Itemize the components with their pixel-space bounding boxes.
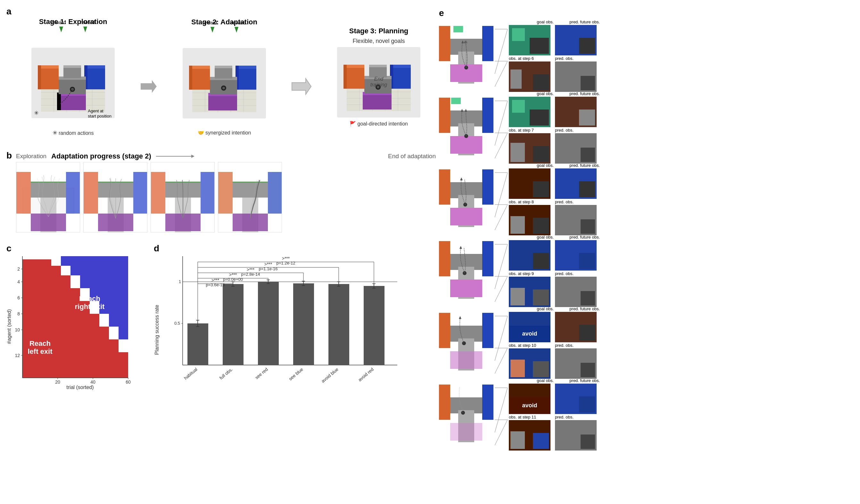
step-8-pred-group: pred. future obs. pred. obs. — [555, 163, 600, 235]
svg-text:p=0.0e+00: p=0.0e+00 — [223, 277, 243, 282]
progress-stage-1 — [16, 162, 80, 233]
step-7-connectors — [495, 91, 507, 159]
step-9-connectors — [495, 235, 507, 302]
svg-marker-1 — [83, 27, 87, 32]
step-10-row: goal obs. avoid obs. at step 10 pred. fu… — [439, 307, 854, 377]
step-9-obs-group: goal obs. obs. at step 9 — [509, 235, 554, 307]
svg-line-216 — [495, 101, 507, 146]
c-x-label: trial (sorted) — [66, 385, 94, 390]
avoid-overlay-10: avoid — [509, 326, 550, 342]
c-y-label: #agent (sorted) — [6, 309, 12, 344]
svg-text:left exit: left exit — [28, 347, 53, 355]
svg-line-252 — [495, 316, 507, 361]
step-6-pred-obs-label: pred. obs. — [555, 56, 600, 61]
step-7-pred-obs — [555, 133, 597, 164]
step-11-obs — [509, 420, 550, 450]
svg-rect-247 — [450, 351, 482, 369]
stage-1-block: Stage 1: Exploration reward reward — [25, 18, 121, 136]
bar-see-red — [258, 282, 279, 365]
step-6-row: goal obs. obs. at step 6 pred. future ob… — [439, 19, 854, 90]
step-11-pred-obs — [555, 420, 597, 450]
step-11-goal-label: goal obs. — [509, 378, 554, 383]
step-10-obs-group: goal obs. avoid obs. at step 10 — [509, 307, 554, 379]
step-6-connectors — [495, 19, 507, 87]
stage-3-block: Stage 3: Planning Flexible, novel goals — [331, 27, 427, 127]
svg-line-241 — [495, 276, 507, 302]
step-6-goal-obs — [509, 25, 550, 55]
section-a-label: a — [6, 6, 12, 17]
svg-text:p=3.6e-13: p=3.6e-13 — [206, 282, 225, 287]
section-b: b Exploration Adaptation progress (stage… — [6, 150, 436, 240]
svg-line-228 — [495, 173, 507, 218]
svg-line-240 — [495, 244, 507, 289]
step-7-scene — [439, 91, 493, 159]
step-7-pred-group: pred. future obs. pred. obs. — [555, 91, 600, 164]
section-cd: c #agent (sorted) trial (sorted) — [6, 243, 436, 400]
svg-rect-259 — [450, 423, 482, 441]
step-8-row: goal obs. obs. at step 8 pred. future ob… — [439, 163, 854, 234]
section-a: a Stage 1: Exploration reward reward — [6, 6, 436, 147]
step-10-goal-obs: avoid — [509, 312, 550, 342]
stage-1-image: ✳ — [31, 48, 115, 118]
step-11-connectors — [495, 378, 507, 445]
bar-avoid-red — [364, 286, 385, 365]
svg-text:avoid blue: avoid blue — [320, 367, 339, 384]
svg-rect-195 — [454, 26, 463, 32]
step-11-row: goal obs. avoid obs. at step 11 pred. fu… — [439, 378, 854, 449]
svg-line-217 — [495, 133, 507, 159]
svg-rect-95 — [84, 172, 98, 213]
svg-rect-256 — [482, 385, 493, 420]
step-7-pred-future — [555, 97, 597, 127]
step-6-obs-group: goal obs. obs. at step 6 — [509, 19, 554, 92]
avoid-label-10: avoid — [522, 330, 537, 337]
adaptation-progress-title: Adaptation progress (stage 2) — [51, 152, 151, 160]
step-7-goal-obs — [509, 97, 550, 127]
svg-text:see red: see red — [254, 367, 269, 380]
svg-line-202 — [495, 29, 507, 74]
step-11-goal-obs: avoid — [509, 384, 550, 414]
svg-rect-12 — [38, 65, 41, 89]
step-6-pred-group: pred. future obs. pred. obs. — [555, 19, 600, 92]
step-7-obs-label: obs. at step 7 — [509, 128, 554, 133]
step-10-pred-obs — [555, 349, 597, 379]
svg-marker-27 — [211, 27, 214, 33]
svg-rect-108 — [268, 172, 282, 213]
stage-2-caption: 🤝 synergized intention — [198, 130, 251, 136]
exploration-label: Exploration — [16, 153, 46, 160]
svg-line-229 — [495, 205, 507, 230]
svg-text:right exit: right exit — [75, 302, 105, 311]
svg-text:40: 40 — [90, 380, 96, 385]
step-10-pred-obs-label: pred. obs. — [555, 343, 600, 348]
svg-text:10: 10 — [15, 327, 20, 332]
step-6-goal-label: goal obs. — [509, 19, 554, 24]
svg-rect-71 — [369, 65, 387, 67]
svg-rect-104 — [151, 172, 165, 213]
svg-text:full obs.: full obs. — [218, 367, 233, 381]
avoid-overlay-11: avoid — [509, 397, 550, 414]
svg-text:20: 20 — [55, 380, 60, 385]
step-11-pred-obs-label: pred. obs. — [555, 415, 600, 419]
svg-rect-244 — [482, 313, 493, 348]
section-d: d Planning success rate 1 — [154, 243, 436, 397]
step-11-obs-label: obs. at step 11 — [509, 415, 554, 419]
svg-rect-223 — [450, 208, 482, 225]
svg-marker-0 — [59, 27, 63, 32]
svg-text:End: End — [374, 76, 384, 81]
step-9-obs — [509, 277, 550, 307]
svg-text:60: 60 — [126, 380, 131, 385]
svg-rect-235 — [450, 280, 482, 297]
step-9-goal-label: goal obs. — [509, 235, 554, 239]
svg-rect-219 — [439, 169, 450, 205]
step-11-obs-group: goal obs. avoid obs. at step 11 — [509, 378, 554, 450]
step-10-obs — [509, 349, 550, 379]
step-6-scene — [439, 19, 493, 87]
svg-rect-220 — [482, 169, 493, 205]
svg-text:12: 12 — [15, 353, 20, 358]
step-8-connectors — [495, 163, 507, 230]
step-9-pred-future-label: pred. future obs. — [555, 235, 600, 239]
step-9-pred-future — [555, 240, 597, 270]
svg-rect-22 — [63, 65, 81, 68]
svg-line-203 — [495, 61, 507, 87]
svg-text:avoid red: avoid red — [357, 367, 375, 382]
step-9-scene — [439, 235, 493, 302]
